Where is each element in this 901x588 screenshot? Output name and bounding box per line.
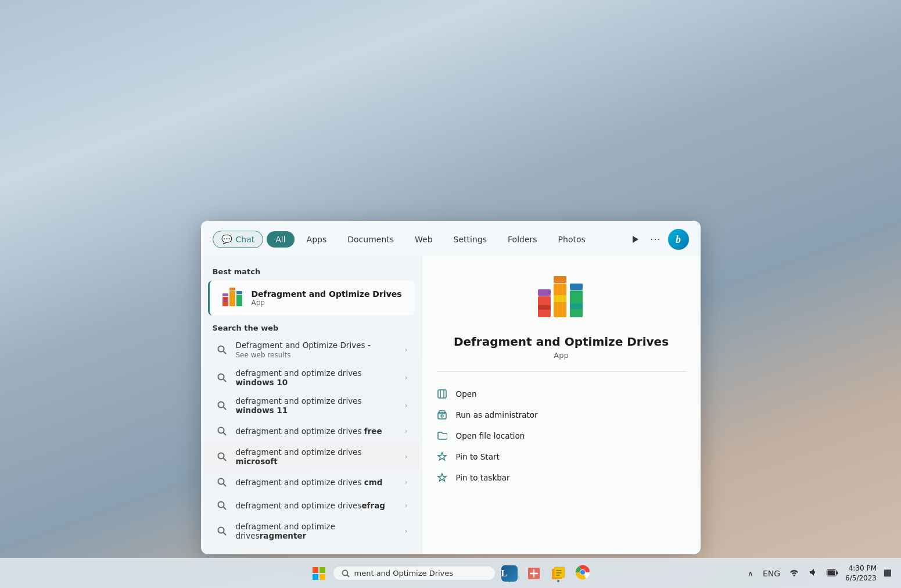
best-match-item[interactable]: Defragment and Optimize Drives App	[208, 281, 415, 315]
list-item[interactable]: defragment and optimize drivesragmenter …	[203, 517, 419, 545]
folder-icon	[436, 430, 448, 442]
chat-tab-icon: 💬	[221, 234, 232, 245]
search-icon	[215, 499, 229, 512]
web-item-line1: defragment and optimize drives windows 1…	[236, 396, 362, 415]
svg-rect-6	[236, 291, 242, 294]
web-item-text: defragment and optimize drives windows 1…	[236, 368, 400, 387]
web-item-line1: defragment and optimize drives cmd	[236, 478, 383, 487]
app-detail-type: App	[436, 351, 687, 360]
action-pin-taskbar[interactable]: Pin to taskbar	[436, 467, 687, 488]
app-detail-icon	[535, 273, 587, 325]
taskbar-icon-files[interactable]	[548, 563, 569, 584]
web-item-line1: Defragment and Optimize Drives -	[236, 340, 371, 350]
tab-chat-label: Chat	[236, 235, 255, 244]
app-detail-name: Defragment and Optimize Drives	[436, 335, 687, 349]
wifi-icon[interactable]	[787, 566, 801, 580]
action-admin-label: Run as administrator	[456, 410, 538, 420]
admin-icon	[436, 409, 448, 421]
svg-line-25	[223, 533, 226, 536]
action-pin-taskbar-label: Pin to taskbar	[456, 473, 510, 482]
svg-line-13	[223, 379, 226, 382]
svg-rect-8	[224, 300, 227, 302]
play-button[interactable]	[626, 231, 644, 248]
snip-icon	[526, 565, 542, 582]
tab-documents[interactable]: Documents	[339, 231, 403, 248]
tab-web[interactable]: Web	[406, 231, 441, 248]
svg-marker-0	[633, 236, 638, 243]
svg-point-14	[218, 402, 224, 408]
chevron-right-icon: ›	[405, 501, 408, 510]
taskbar-search-bar[interactable]: ment and Optimize Drives	[333, 566, 496, 580]
clock-date: 6/5/2023	[845, 573, 877, 583]
language-indicator[interactable]: ENG	[760, 567, 782, 580]
tab-all[interactable]: All	[267, 231, 294, 248]
taskbar-center: ment and Optimize Drives L	[308, 563, 593, 584]
system-clock[interactable]: 4:30 PM 6/5/2023	[845, 564, 877, 583]
list-item[interactable]: defragment and optimize drivesefrag ›	[203, 494, 419, 517]
web-item-text: defragment and optimize drives microsoft	[236, 447, 400, 466]
list-item[interactable]: defragment and optimize drives cmd ›	[203, 471, 419, 494]
tab-apps[interactable]: Apps	[298, 231, 336, 248]
svg-rect-30	[554, 276, 566, 283]
taskbar-icon-lexmark[interactable]: L	[499, 563, 520, 584]
action-file-location[interactable]: Open file location	[436, 425, 687, 446]
web-item-line1: defragment and optimize drives free	[236, 426, 382, 436]
svg-rect-50	[837, 571, 838, 574]
list-item[interactable]: defragment and optimize drives microsoft…	[203, 443, 419, 471]
battery-icon[interactable]	[824, 567, 841, 580]
chevron-right-icon: ›	[405, 374, 408, 382]
tab-folders[interactable]: Folders	[499, 231, 546, 248]
best-match-title: Defragment and Optimize Drives	[252, 289, 402, 299]
web-item-text: defragment and optimize drives windows 1…	[236, 396, 400, 415]
tab-settings[interactable]: Settings	[445, 231, 496, 248]
search-icon	[215, 450, 229, 464]
main-content: Best match	[201, 256, 701, 554]
web-item-line1: defragment and optimize drives windows 1…	[236, 368, 362, 387]
web-item-line1: defragment and optimize drivesragmenter	[236, 522, 335, 540]
search-panel: 💬 Chat All Apps Documents Web Settings F…	[201, 221, 701, 554]
pin-start-icon	[436, 451, 448, 462]
svg-rect-3	[229, 291, 235, 306]
svg-line-15	[223, 407, 226, 410]
tab-settings-label: Settings	[454, 235, 487, 244]
more-button[interactable]: ···	[647, 231, 665, 248]
chevron-up-icon[interactable]: ∧	[745, 567, 756, 580]
tab-documents-label: Documents	[347, 235, 394, 244]
bing-icon[interactable]: b	[668, 229, 689, 250]
list-item[interactable]: defragment and optimize drives free ›	[203, 420, 419, 443]
search-icon	[215, 424, 229, 438]
start-button[interactable]	[308, 563, 329, 584]
taskbar-icon-chrome[interactable]	[572, 563, 593, 584]
web-item-text: defragment and optimize drivesragmenter	[236, 522, 400, 540]
divider	[436, 371, 687, 372]
svg-point-48	[580, 570, 585, 575]
action-pin-start[interactable]: Pin to Start	[436, 446, 687, 467]
action-file-location-label: Open file location	[456, 431, 525, 440]
svg-point-40	[441, 415, 443, 417]
best-match-subtitle: App	[252, 299, 402, 307]
chevron-right-icon: ›	[405, 478, 408, 486]
open-icon	[436, 388, 448, 400]
volume-icon[interactable]	[806, 565, 820, 581]
search-icon	[215, 475, 229, 489]
list-item[interactable]: Defragment and Optimize Drives - See web…	[203, 336, 419, 364]
list-item[interactable]: defragment and optimize drives windows 1…	[203, 392, 419, 420]
tab-photos[interactable]: Photos	[550, 231, 594, 248]
action-run-admin[interactable]: Run as administrator	[436, 404, 687, 425]
list-item[interactable]: defragment and optimize drives windows 1…	[203, 364, 419, 392]
taskbar-icon-snip[interactable]	[523, 563, 544, 584]
right-panel: Defragment and Optimize Drives App Open …	[422, 256, 701, 554]
svg-rect-51	[828, 570, 835, 575]
notifications-button[interactable]: ⬛	[881, 567, 894, 579]
action-open[interactable]: Open	[436, 383, 687, 404]
svg-line-23	[223, 507, 226, 510]
tab-chat[interactable]: 💬 Chat	[213, 231, 264, 248]
svg-point-20	[218, 479, 224, 485]
best-match-text: Defragment and Optimize Drives App	[252, 289, 402, 307]
windows-logo-icon	[313, 567, 325, 580]
svg-rect-5	[229, 288, 235, 291]
chevron-right-icon: ›	[405, 527, 408, 535]
action-open-label: Open	[456, 389, 477, 399]
bing-logo-text: b	[676, 234, 681, 246]
svg-point-12	[218, 374, 224, 380]
